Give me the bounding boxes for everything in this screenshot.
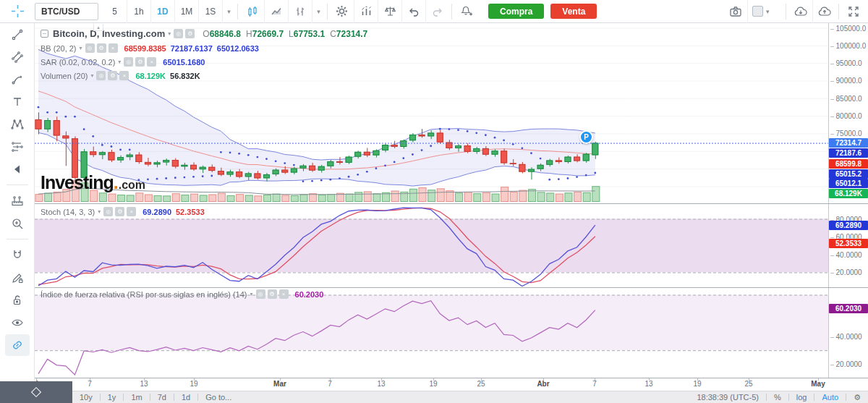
goto-button[interactable]: Go to... bbox=[198, 393, 239, 402]
close-icon[interactable]: × bbox=[109, 43, 118, 53]
tool-zoom-in[interactable] bbox=[5, 213, 30, 234]
interval-1m[interactable]: 1M bbox=[174, 0, 198, 23]
gear-icon[interactable]: ⚙ bbox=[97, 43, 106, 53]
close-icon[interactable]: × bbox=[127, 207, 136, 216]
tool-text[interactable] bbox=[5, 91, 30, 113]
tool-lock[interactable] bbox=[5, 289, 30, 311]
log-scale-button[interactable]: log bbox=[789, 393, 814, 402]
eye-icon[interactable]: ◎ bbox=[85, 43, 95, 53]
time-axis[interactable]: eb71319Mar7131925Abr7131925May bbox=[35, 378, 828, 391]
close-icon[interactable]: × bbox=[119, 71, 129, 80]
sar-label[interactable]: SAR (0.02, 0.02, 0.2) bbox=[41, 58, 115, 67]
interval-dropdown[interactable]: ▾ bbox=[222, 0, 235, 23]
undo-button[interactable] bbox=[401, 0, 425, 23]
stochastic-canvas[interactable] bbox=[35, 204, 828, 287]
gear-icon[interactable]: ⚙ bbox=[108, 71, 117, 80]
collapse-panel-button[interactable] bbox=[0, 381, 72, 403]
symbol-input[interactable]: BTC/USD bbox=[35, 3, 98, 20]
tool-hide-drawings[interactable] bbox=[5, 312, 30, 334]
chart-title[interactable]: Bitcoin, D, Investing.com bbox=[53, 28, 165, 39]
eye-icon[interactable]: ◎ bbox=[256, 289, 265, 299]
chevron-down-icon[interactable]: ▾ bbox=[98, 208, 101, 215]
tool-fib-lines[interactable] bbox=[5, 46, 30, 68]
chevron-down-icon[interactable]: ▾ bbox=[168, 30, 171, 37]
price-marker-badge[interactable]: P bbox=[579, 130, 593, 144]
chevron-down-icon[interactable]: ▾ bbox=[90, 72, 93, 79]
panel-divider[interactable] bbox=[35, 203, 868, 204]
tool-magnet[interactable] bbox=[5, 245, 30, 266]
compare-button[interactable] bbox=[378, 0, 401, 23]
eye-icon[interactable]: ◎ bbox=[124, 57, 133, 67]
eye-icon[interactable]: ◎ bbox=[103, 207, 113, 216]
bb-label[interactable]: BB (20, 2) bbox=[41, 44, 77, 53]
gear-icon[interactable]: ⚙ bbox=[185, 29, 195, 38]
tool-forecast[interactable] bbox=[5, 136, 30, 158]
rsi-canvas[interactable] bbox=[35, 288, 828, 378]
drawing-toolbar bbox=[0, 23, 35, 381]
axis-tick: 40.0000 bbox=[830, 333, 862, 341]
crosshair-tool[interactable] bbox=[0, 0, 35, 23]
load-chart-button[interactable] bbox=[788, 0, 812, 23]
sell-button[interactable]: Venta bbox=[550, 4, 597, 19]
tool-xabcd-pattern[interactable] bbox=[5, 114, 30, 135]
fullscreen-button[interactable] bbox=[841, 0, 865, 23]
volume-current-value: 56.832K bbox=[170, 72, 200, 80]
percent-scale-button[interactable]: % bbox=[767, 393, 788, 402]
interval-1h[interactable]: 1h bbox=[127, 0, 150, 23]
chevron-down-icon[interactable]: ▾ bbox=[80, 45, 82, 51]
clock-label[interactable]: 18:38:39 (UTC-5) bbox=[689, 393, 766, 402]
close-icon[interactable]: × bbox=[279, 289, 289, 299]
buy-button[interactable]: Compra bbox=[488, 4, 544, 19]
rsi-label[interactable]: Índice de fuerza relativa (RSI por sus s… bbox=[41, 290, 247, 299]
rsi-panel[interactable]: Índice de fuerza relativa (RSI por sus s… bbox=[35, 288, 828, 378]
alert-button[interactable] bbox=[454, 0, 478, 23]
axis-settings-gear-icon[interactable]: ⚙ bbox=[846, 393, 868, 402]
settings-button[interactable] bbox=[330, 0, 354, 23]
price-axis[interactable]: 105000.0100000.095000.090000.085000.0800… bbox=[828, 23, 868, 378]
rsi-value: 60.2030 bbox=[295, 290, 324, 299]
tool-sync-link[interactable] bbox=[5, 334, 30, 356]
chart-style-line-button[interactable] bbox=[264, 0, 288, 23]
collapse-legend-icon[interactable]: – bbox=[41, 30, 48, 38]
panel-divider[interactable] bbox=[35, 378, 868, 378]
stoch-label[interactable]: Stoch (14, 3, 3) bbox=[41, 208, 95, 216]
range-1d[interactable]: 1d bbox=[174, 393, 197, 402]
line-chart-icon bbox=[271, 6, 282, 17]
tool-back[interactable] bbox=[5, 158, 30, 180]
tool-trend-line[interactable] bbox=[5, 24, 30, 46]
tool-drawing-lock[interactable] bbox=[5, 267, 30, 289]
redo-icon bbox=[432, 7, 443, 17]
close-icon[interactable]: × bbox=[147, 57, 156, 67]
background-picker[interactable]: ▾ bbox=[747, 0, 783, 23]
eye-icon[interactable]: ◎ bbox=[174, 29, 183, 38]
save-chart-button[interactable] bbox=[812, 0, 836, 23]
range-10y[interactable]: 10y bbox=[72, 393, 100, 402]
auto-scale-button[interactable]: Auto bbox=[814, 393, 846, 402]
price-panel[interactable]: Investing..com P – Bitcoin, D, Investing… bbox=[35, 23, 828, 203]
gear-icon[interactable]: ⚙ bbox=[115, 207, 124, 216]
screenshot-button[interactable] bbox=[723, 0, 747, 23]
interval-5[interactable]: 5 bbox=[103, 0, 127, 23]
panel-divider[interactable] bbox=[35, 287, 868, 288]
range-1m[interactable]: 1m bbox=[124, 393, 149, 402]
chart-style-bars-button[interactable] bbox=[288, 0, 312, 23]
chart-style-candles-button[interactable] bbox=[240, 0, 264, 23]
tool-brush[interactable] bbox=[5, 69, 30, 90]
measure-icon bbox=[11, 195, 24, 208]
interval-1s[interactable]: 1S bbox=[198, 0, 222, 23]
chevron-down-icon[interactable]: ▾ bbox=[118, 59, 121, 65]
chart-style-dropdown[interactable]: ▾ bbox=[312, 0, 325, 23]
indicators-button[interactable] bbox=[354, 0, 378, 23]
toolbar-hide-arrow[interactable]: ▴ bbox=[93, 24, 103, 31]
range-1y[interactable]: 1y bbox=[101, 393, 124, 402]
volume-label[interactable]: Volumen (20) bbox=[41, 72, 88, 80]
range-7d[interactable]: 7d bbox=[150, 393, 174, 402]
redo-button[interactable] bbox=[425, 0, 449, 23]
tool-measure[interactable] bbox=[5, 190, 30, 212]
gear-icon[interactable]: ⚙ bbox=[268, 289, 277, 299]
stochastic-panel[interactable]: Stoch (14, 3, 3) ▾ ◎ ⚙ × 69.2890 52.3533 bbox=[35, 204, 828, 287]
gear-icon[interactable]: ⚙ bbox=[135, 57, 145, 67]
eye-icon[interactable]: ◎ bbox=[96, 71, 106, 80]
chevron-down-icon[interactable]: ▾ bbox=[250, 291, 253, 297]
interval-1d[interactable]: 1D bbox=[150, 0, 174, 23]
